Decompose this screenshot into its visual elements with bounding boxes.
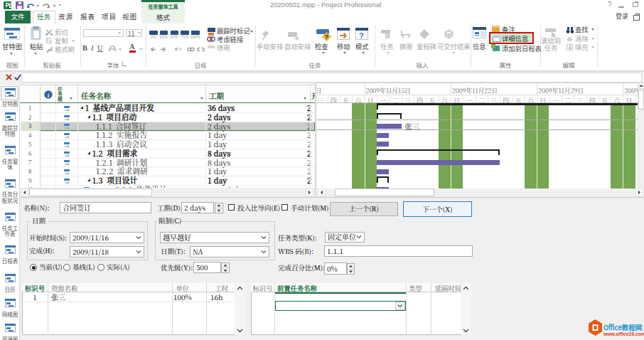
svg-text:?: ? xyxy=(325,33,329,41)
